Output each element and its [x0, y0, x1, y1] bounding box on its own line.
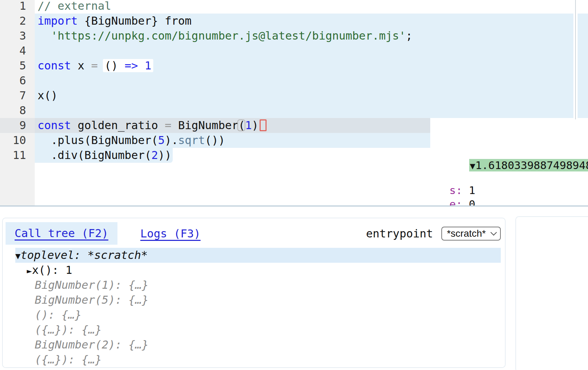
code-token: =	[165, 119, 171, 132]
call-tree-row-label: toplevel: *scratch*	[21, 249, 148, 262]
expand-triangle-icon[interactable]: ►	[27, 266, 32, 276]
code-token: )	[252, 119, 259, 132]
code-token	[38, 29, 51, 42]
code-token: 1	[245, 119, 252, 132]
code-token: (	[238, 119, 245, 132]
entrypoint-selected-option: *scratch*	[447, 228, 486, 239]
editor-bottom-border	[0, 205, 588, 207]
call-tree[interactable]: ▼toplevel: *scratch*►x(): 1BigNumber(1):…	[3, 248, 505, 367]
call-tree-row-label: ({…}): {…}	[35, 323, 102, 336]
line-number: 9	[0, 118, 35, 133]
inspector-field-row[interactable]: s: 1	[430, 183, 588, 197]
code-token: ())	[205, 134, 225, 147]
detail-panel-empty	[515, 216, 588, 370]
call-tree-row[interactable]: BigNumber(1): {…}	[3, 278, 505, 293]
code-line[interactable]: const x = () => 1	[35, 58, 588, 73]
code-token: .plus(BigNumber(	[38, 134, 158, 147]
code-token: const	[38, 119, 71, 132]
line-number: 5	[0, 58, 35, 73]
line-number: 7	[0, 88, 35, 103]
code-token: import	[38, 14, 78, 27]
tab-call-tree-label[interactable]: Call tree (F2)	[15, 227, 108, 240]
call-tree-row[interactable]: (): {…}	[3, 308, 505, 322]
code-token: 2	[152, 149, 158, 162]
code-token	[138, 59, 145, 72]
code-token: {BigNumber} from	[78, 14, 192, 27]
inspector-value-row[interactable]: ▼1.61803398874989484821	[430, 144, 588, 158]
inspector-field-row[interactable]: e: 0	[430, 197, 588, 207]
line-number: 3	[0, 28, 35, 43]
call-tree-row[interactable]: ▼toplevel: *scratch*	[15, 248, 501, 263]
code-line[interactable]: import {BigNumber} from	[35, 14, 588, 28]
call-tree-row[interactable]: ({…}): {…}	[3, 322, 505, 337]
code-token: =>	[124, 59, 138, 72]
call-tree-row-label: (): {…}	[35, 308, 82, 321]
call-tree-row-label: ({…}): {…}	[35, 353, 102, 366]
code-token: =	[91, 59, 98, 72]
tab-call-tree[interactable]: Call tree (F2)	[6, 222, 117, 245]
field-value: 1	[462, 184, 475, 196]
code-token: BigNumber	[171, 119, 238, 132]
code-token: 1	[145, 59, 151, 72]
collapse-triangle-icon[interactable]: ▼	[15, 251, 21, 261]
code-token: sqrt	[178, 134, 205, 147]
code-token: x()	[38, 89, 58, 102]
line-number-gutter: 1234567891011	[0, 0, 35, 205]
code-token: .div(BigNumber(	[38, 149, 152, 162]
line-number: 8	[0, 103, 35, 118]
code-line[interactable]	[35, 73, 588, 88]
code-token: // external	[38, 0, 111, 12]
call-tree-row-label: BigNumber(1): {…}	[35, 278, 149, 292]
text-cursor	[260, 119, 267, 131]
code-line[interactable]: // external	[35, 0, 588, 14]
call-tree-panel: Call tree (F2) Logs (F3) entrypoint *scr…	[2, 218, 506, 368]
call-tree-row[interactable]: BigNumber(5): {…}	[3, 293, 505, 308]
call-tree-row-label: x(): 1	[32, 263, 72, 277]
line-number: 2	[0, 14, 35, 28]
call-tree-row[interactable]: ({…}): {…}	[3, 352, 505, 367]
call-tree-row[interactable]: ►x(): 1	[3, 263, 505, 278]
line-number: 10	[0, 133, 35, 148]
code-line[interactable]: 'https://unpkg.com/bignumber.js@latest/b…	[35, 28, 588, 43]
code-line[interactable]	[35, 43, 588, 58]
code-line[interactable]	[35, 103, 588, 118]
code-token: golden_ratio	[71, 119, 165, 132]
line-number: 6	[0, 73, 35, 88]
code-token: ()	[105, 59, 125, 72]
code-token: const	[38, 59, 71, 72]
line-number: 4	[0, 43, 35, 58]
code-token: ))	[158, 149, 172, 162]
code-token: ).	[165, 134, 178, 147]
line-number: 1	[0, 0, 35, 14]
line-number: 11	[0, 148, 35, 163]
code-token: 'https://unpkg.com/bignumber.js@latest/b…	[51, 29, 406, 42]
tab-logs[interactable]: Logs (F3)	[140, 227, 201, 240]
value-inspector[interactable]: ▼1.61803398874989484821 s: 1e: 0►c: [1, …	[430, 119, 588, 207]
code-line[interactable]: x()	[35, 88, 588, 103]
entrypoint-label: entrypoint	[366, 227, 433, 240]
code-token: 5	[158, 134, 165, 147]
entrypoint-select[interactable]: *scratch*	[441, 227, 501, 241]
selected-value[interactable]: ▼1.61803398874989484821	[469, 159, 588, 171]
chevron-down-icon	[490, 229, 497, 235]
call-tree-row-label: BigNumber(5): {…}	[35, 293, 149, 306]
code-token: x	[71, 59, 91, 72]
code-token: ;	[406, 29, 413, 42]
code-token	[98, 59, 104, 72]
call-tree-row[interactable]: BigNumber(2): {…}	[3, 337, 505, 352]
code-editor[interactable]: 1234567891011 // externalimport {BigNumb…	[0, 0, 588, 207]
panel-tab-bar: Call tree (F2) Logs (F3) entrypoint *scr…	[6, 222, 501, 245]
field-key: s:	[449, 184, 462, 196]
call-tree-row-label: BigNumber(2): {…}	[35, 338, 149, 351]
collapse-triangle-icon[interactable]: ▼	[470, 161, 475, 171]
